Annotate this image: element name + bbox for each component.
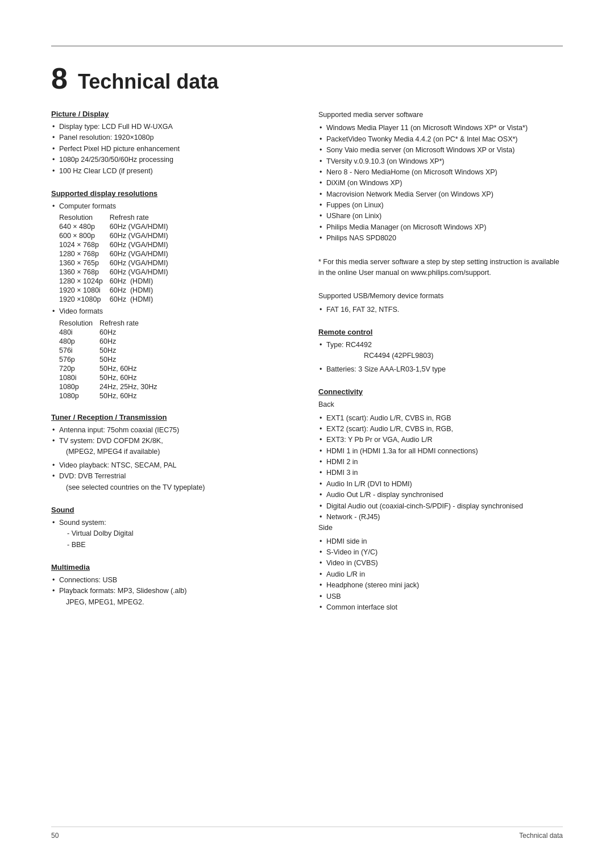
page-number: 50 xyxy=(51,832,59,840)
list-item: Headphone (stereo mini jack) xyxy=(318,580,563,591)
table-row: 60Hz xyxy=(99,337,164,346)
table-row: 60Hz (HDMI) xyxy=(110,295,175,304)
list-item: Audio Out L/R - display synchronised xyxy=(318,490,563,500)
chapter-number: 8 xyxy=(51,64,68,93)
list-item: Antenna input: 75ohm coaxial (IEC75) xyxy=(51,425,296,436)
section-title-multimedia: Multimedia xyxy=(51,563,296,571)
list-item: TVersity v.0.9.10.3 (on Windows XP*) xyxy=(318,156,563,167)
section-title-remote-control: Remote control xyxy=(318,328,563,336)
list-item: Connections: USB xyxy=(51,575,296,586)
table-row: 50Hz, 60Hz xyxy=(99,391,164,400)
table-row: 1280 × 768p xyxy=(59,249,110,258)
list-item: - BBE xyxy=(51,540,296,550)
section-media-server: Supported media server software Windows … xyxy=(318,110,563,244)
table-row: 1920 × 1080i xyxy=(59,286,110,295)
connectivity-side-label: Side xyxy=(318,523,563,533)
table-row: 60Hz (VGA/HDMI) xyxy=(110,231,175,240)
list-item: HDMI 2 in xyxy=(318,457,563,468)
list-item: Batteries: 3 Size AAA-LR03-1,5V type xyxy=(318,364,563,375)
table-row: 1080p xyxy=(59,391,99,400)
media-server-note: * For this media server software a step … xyxy=(318,257,563,279)
section-tuner: Tuner / Reception / Transmission Antenna… xyxy=(51,413,296,493)
list-item: Display type: LCD Full HD W-UXGA xyxy=(51,122,296,132)
table-row: 1360 × 765p xyxy=(59,258,110,268)
table-row: 1920 ×1080p xyxy=(59,295,110,304)
list-item: EXT3: Y Pb Pr or VGA, Audio L/R xyxy=(318,435,563,445)
list-item: HDMI 3 in xyxy=(318,468,563,478)
list-item: Sound system: xyxy=(51,518,296,528)
list-item: DiXiM (on Windows XP) xyxy=(318,178,563,189)
section-title-picture-display: Picture / Display xyxy=(51,110,296,118)
list-item: UShare (on Linix) xyxy=(318,211,563,222)
list-item: Digital Audio out (coaxial-cinch-S/PDIF)… xyxy=(318,501,563,512)
list-item: TV system: DVD COFDM 2K/8K, xyxy=(51,436,296,446)
table-row: 60Hz (HDMI) xyxy=(110,277,175,286)
table-row: 60Hz (VGA/HDMI) xyxy=(110,268,175,277)
computer-resolution-table: Resolution Refresh rate 640 × 480p60Hz (… xyxy=(59,213,296,304)
section-connectivity: Connectivity Back EXT1 (scart): Audio L/… xyxy=(318,387,563,613)
list-item: 1080p 24/25/30/50/60Hz processing xyxy=(51,155,296,165)
footer-section-label: Technical data xyxy=(519,832,563,840)
section-display-resolutions: Supported display resolutions Computer f… xyxy=(51,189,296,400)
list-item: Playback formats: MP3, Slideshow (.alb) xyxy=(51,586,296,596)
chapter-heading: 8 Technical data xyxy=(51,64,563,94)
page: 8 Technical data Picture / Display Displ… xyxy=(0,0,614,868)
table-row: 1080p xyxy=(59,382,99,391)
table-row: 480i xyxy=(59,328,99,337)
list-item-continued: (MPEG2, MPEG4 if available) xyxy=(51,446,296,457)
table-row: 1280 × 1024p xyxy=(59,277,110,286)
list-item-continued: (see selected countries on the TV typepl… xyxy=(51,482,296,493)
table-row: 600 × 800p xyxy=(59,231,110,240)
table-row: 50Hz, 60Hz xyxy=(99,373,164,382)
table-row: 1080i xyxy=(59,373,99,382)
list-item: Nero 8 - Nero MediaHome (on Microsoft Wi… xyxy=(318,167,563,178)
table-row: 24Hz, 25Hz, 30Hz xyxy=(99,382,164,391)
list-item: Video in (CVBS) xyxy=(318,558,563,569)
list-item: - Virtual Dolby Digital xyxy=(51,528,296,539)
list-item: DVD: DVB Terrestrial xyxy=(51,471,296,482)
list-item: Audio L/R in xyxy=(318,569,563,580)
list-item: Audio In L/R (DVI to HDMI) xyxy=(318,479,563,490)
list-item: HDMI 1 in (HDMI 1.3a for all HDMI connec… xyxy=(318,446,563,457)
list-item: Video playback: NTSC, SECAM, PAL xyxy=(51,460,296,471)
left-column: Picture / Display Display type: LCD Full… xyxy=(51,110,296,625)
list-item: HDMI side in xyxy=(318,536,563,547)
section-media-server-note: * For this media server software a step … xyxy=(318,257,563,279)
table-row: 60Hz xyxy=(99,328,164,337)
list-item: Fuppes (on Linux) xyxy=(318,200,563,211)
chapter-title: Technical data xyxy=(78,70,218,94)
section-multimedia: Multimedia Connections: USB Playback for… xyxy=(51,563,296,608)
table-row: 640 × 480p xyxy=(59,222,110,231)
section-remote-control: Remote control Type: RC4492 RC4494 (42PF… xyxy=(318,328,563,375)
list-item: USB xyxy=(318,591,563,602)
section-title-sound: Sound xyxy=(51,506,296,514)
top-border xyxy=(51,45,563,47)
table-header-refresh: Refresh rate xyxy=(99,319,164,328)
table-row: 1360 × 768p xyxy=(59,268,110,277)
table-row: 60Hz (VGA/HDMI) xyxy=(110,258,175,268)
list-item: EXT2 (scart): Audio L/R, CVBS in, RGB, xyxy=(318,424,563,435)
list-item: Type: RC4492 xyxy=(318,340,563,350)
list-item: Philips NAS SPD8020 xyxy=(318,233,563,244)
media-server-label: Supported media server software xyxy=(318,110,563,120)
list-item: Computer formats xyxy=(51,201,296,212)
table-row: 576p xyxy=(59,355,99,364)
list-item: FAT 16, FAT 32, NTFS. xyxy=(318,304,563,315)
list-item: S-Video in (Y/C) xyxy=(318,547,563,558)
table-row: 60Hz (VGA/HDMI) xyxy=(110,249,175,258)
table-row: 50Hz xyxy=(99,355,164,364)
section-title-display-resolutions: Supported display resolutions xyxy=(51,189,296,198)
list-item: Network - (RJ45) xyxy=(318,512,563,523)
section-picture-display: Picture / Display Display type: LCD Full… xyxy=(51,110,296,177)
section-title-tuner: Tuner / Reception / Transmission xyxy=(51,413,296,422)
table-row: 480p xyxy=(59,337,99,346)
footer-line: 50 Technical data xyxy=(51,827,563,840)
table-row: 60Hz (HDMI) xyxy=(110,286,175,295)
table-row: 50Hz, 60Hz xyxy=(99,364,164,373)
table-row: 720p xyxy=(59,364,99,373)
list-item-continued: JPEG, MPEG1, MPEG2. xyxy=(51,597,296,608)
list-item: Perfect Pixel HD picture enhancement xyxy=(51,144,296,155)
table-row: 60Hz (VGA/HDMI) xyxy=(110,222,175,231)
right-column: Supported media server software Windows … xyxy=(318,110,563,625)
list-item: Sony Vaio media server (on Microsoft Win… xyxy=(318,145,563,156)
